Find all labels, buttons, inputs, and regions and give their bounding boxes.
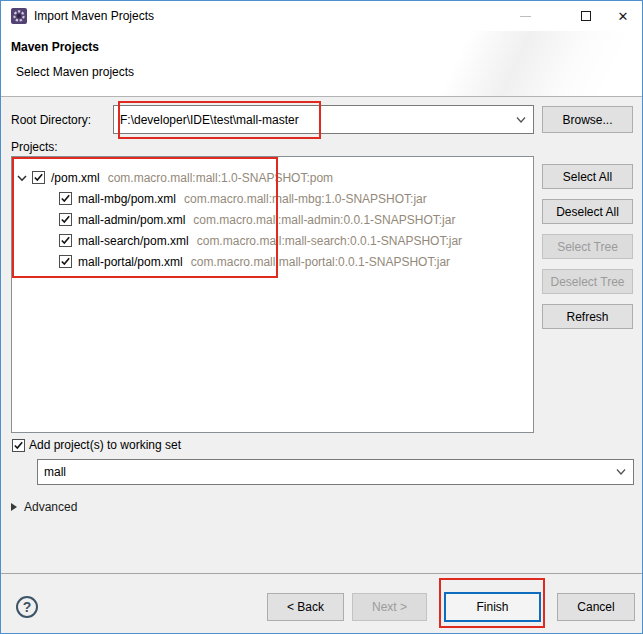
chevron-down-icon[interactable] (616, 468, 626, 476)
banner-gradient (302, 31, 642, 96)
tree-row-artifact: com.macro.mall:mall-search:0.0.1-SNAPSHO… (197, 234, 462, 248)
checkbox-checked-icon[interactable] (59, 192, 72, 205)
tree-row-mall-mbg[interactable]: mall-mbg/pom.xml com.macro.mall:mall-mbg… (59, 188, 427, 209)
projects-label: Projects: (11, 140, 58, 154)
root-directory-label: Root Directory: (11, 113, 91, 127)
checkbox-checked-icon[interactable] (59, 255, 72, 268)
tree-row-file: mall-search/pom.xml (78, 234, 189, 248)
working-set-checkbox[interactable] (12, 439, 25, 452)
tree-row-pom[interactable]: /pom.xml com.macro.mall:mall:1.0-SNAPSHO… (17, 167, 333, 188)
working-set-value: mall (44, 465, 66, 479)
checkbox-checked-icon[interactable] (32, 171, 45, 184)
close-button[interactable]: ✕ (604, 1, 642, 31)
tree-row-artifact: com.macro.mall:mall:1.0-SNAPSHOT:pom (108, 171, 333, 185)
expander-down-icon[interactable] (17, 173, 27, 183)
tree-row-mall-search[interactable]: mall-search/pom.xml com.macro.mall:mall-… (59, 230, 462, 251)
tree-row-file: /pom.xml (51, 171, 100, 185)
title-bar: Import Maven Projects ✕ (1, 1, 642, 31)
wizard-title: Maven Projects (11, 40, 99, 54)
tree-row-file: mall-admin/pom.xml (78, 213, 185, 227)
tree-row-mall-admin[interactable]: mall-admin/pom.xml com.macro.mall:mall-a… (59, 209, 455, 230)
chevron-down-icon[interactable] (516, 116, 526, 124)
working-set-row: Add project(s) to working set (12, 438, 181, 452)
checkbox-checked-icon[interactable] (59, 213, 72, 226)
maximize-button[interactable] (567, 1, 605, 31)
expander-right-icon (11, 503, 17, 511)
help-button[interactable]: ? (16, 596, 38, 618)
tree-row-artifact: com.macro.mall:mall-portal:0.0.1-SNAPSHO… (191, 255, 450, 269)
maven-import-icon (11, 8, 27, 24)
select-all-button[interactable]: Select All (542, 164, 633, 189)
projects-tree[interactable]: /pom.xml com.macro.mall:mall:1.0-SNAPSHO… (11, 156, 534, 433)
tree-row-mall-portal[interactable]: mall-portal/pom.xml com.macro.mall:mall-… (59, 251, 450, 272)
browse-button[interactable]: Browse... (542, 106, 633, 133)
tree-row-file: mall-portal/pom.xml (78, 255, 183, 269)
tree-row-file: mall-mbg/pom.xml (78, 192, 176, 206)
finish-button[interactable]: Finish (444, 592, 541, 622)
deselect-tree-button[interactable]: Deselect Tree (542, 269, 633, 294)
wizard-subtitle: Select Maven projects (16, 65, 134, 79)
footer-separator (1, 573, 642, 574)
working-set-label: Add project(s) to working set (29, 438, 181, 452)
maximize-icon (581, 11, 591, 21)
import-maven-projects-dialog: Import Maven Projects ✕ Maven Projects S… (0, 0, 643, 634)
close-icon: ✕ (618, 10, 629, 23)
select-tree-button[interactable]: Select Tree (542, 234, 633, 259)
banner-separator (1, 96, 642, 97)
minimize-icon (520, 16, 531, 17)
checkbox-checked-icon[interactable] (59, 234, 72, 247)
cancel-button[interactable]: Cancel (557, 593, 635, 621)
tree-row-artifact: com.macro.mall:mall-admin:0.0.1-SNAPSHOT… (193, 213, 455, 227)
tree-row-artifact: com.macro.mall:mall-mbg:1.0-SNAPSHOT:jar (184, 192, 427, 206)
window-title: Import Maven Projects (34, 1, 154, 31)
working-set-combo[interactable]: mall (37, 459, 634, 485)
root-directory-value: F:\developer\IDE\test\mall-master (120, 113, 299, 127)
advanced-label: Advanced (24, 500, 77, 514)
wizard-banner: Maven Projects Select Maven projects (1, 31, 642, 96)
deselect-all-button[interactable]: Deselect All (542, 199, 633, 224)
next-button[interactable]: Next > (352, 593, 427, 621)
refresh-button[interactable]: Refresh (542, 304, 633, 329)
help-icon: ? (23, 599, 32, 615)
advanced-expander[interactable]: Advanced (11, 500, 77, 514)
minimize-button[interactable] (506, 1, 544, 31)
root-directory-combo[interactable]: F:\developer\IDE\test\mall-master (113, 105, 534, 134)
back-button[interactable]: < Back (267, 593, 344, 621)
